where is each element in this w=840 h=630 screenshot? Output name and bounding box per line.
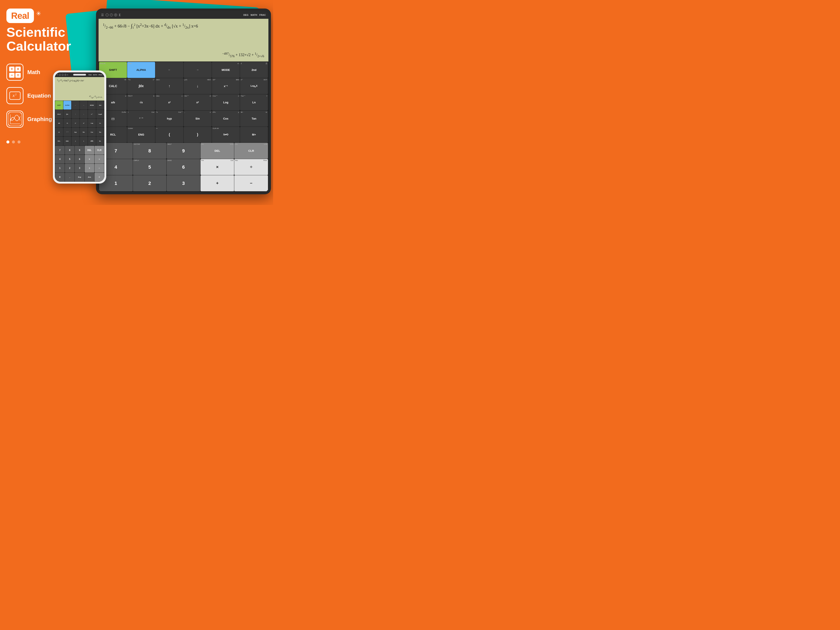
phone-minus-btn[interactable]: − [95, 164, 104, 173]
phone-mul-btn[interactable]: × [85, 155, 94, 163]
phone-xinv-btn[interactable]: x⁻¹ [88, 110, 96, 119]
phone-eng-btn[interactable]: ENG [63, 137, 71, 146]
rparen-button[interactable]: ) [184, 127, 212, 143]
phone-0-btn[interactable]: 0 [55, 173, 65, 182]
deg-button[interactable]: i ° ' " Cot [127, 111, 155, 127]
phone-rcl-btn[interactable]: RCL [55, 137, 63, 146]
phone-xy-btn[interactable]: xʸ [80, 119, 88, 127]
phone-neg-btn[interactable]: (-) [55, 128, 63, 136]
phone-6-btn[interactable]: 6 [75, 155, 84, 163]
gear-circle[interactable]: ⚙ [114, 13, 117, 16]
sd-button[interactable]: CLR All S⇌D [212, 127, 240, 143]
phone-sqrt-btn[interactable]: √x [63, 119, 71, 127]
hyp-button[interactable]: % hyp Cot⁻¹ [155, 111, 183, 127]
phone-sin-btn[interactable]: Sin [80, 128, 88, 136]
eng-button[interactable]: CONV ENG [127, 127, 155, 143]
phone-ans-btn[interactable]: Ans [85, 173, 94, 182]
calculator-buttons[interactable]: SOLVE SHIFT = d/dx ALPHA : ← → x! MODE [99, 62, 268, 192]
8-button[interactable]: VECTOR 8 [133, 143, 167, 159]
phone-shift-btn[interactable]: SHIFT [55, 101, 63, 109]
phone-hyp-btn[interactable]: hyp [71, 128, 80, 136]
phone-rparen-btn[interactable]: ) [80, 137, 88, 146]
phone-x2-btn[interactable]: x² [71, 119, 80, 127]
del-button[interactable]: nPr DEL GCD [201, 143, 234, 159]
mode-button[interactable]: x! MODE [212, 62, 240, 78]
sqrt-button[interactable]: FACT √x b [127, 94, 155, 110]
phone-plus-btn[interactable]: + [85, 164, 94, 173]
down-button[interactable]: y√x ↓ HEX [184, 78, 212, 94]
phone-cos-btn[interactable]: Cos [88, 128, 96, 136]
cos-button[interactable]: aᵇ/c Cos y [212, 111, 240, 127]
ln-button[interactable]: Tan⁻¹ Ln f [240, 94, 268, 110]
phone-2-btn[interactable]: 2 [65, 164, 74, 173]
phone-lparen-btn[interactable]: ( [71, 137, 80, 146]
phone-5-btn[interactable]: 5 [65, 155, 74, 163]
phone-up-btn[interactable]: ↑ [71, 110, 80, 119]
phone-deg-btn[interactable]: ° ' " [63, 128, 71, 136]
dot-2[interactable] [12, 141, 15, 144]
phone-calc-btn[interactable]: CALC [55, 110, 63, 119]
deg-mode[interactable]: DEG [243, 14, 249, 16]
phone-eq-btn[interactable]: = [95, 173, 104, 182]
phone-exp-btn[interactable]: Exp [75, 173, 84, 182]
sin-button[interactable]: , Sin x [184, 111, 212, 127]
phone-ln-btn[interactable]: Ln [96, 119, 104, 127]
plus-circle[interactable]: + [110, 13, 113, 16]
plus-button[interactable]: + [201, 175, 234, 191]
9-button[interactable]: HELP 9 [167, 143, 201, 159]
phone-sd-btn[interactable]: S⇌D [88, 137, 96, 146]
phone-mode-btn[interactable]: MODE [88, 101, 96, 109]
alpha-button[interactable]: d/dx ALPHA : [127, 62, 155, 78]
dot-3[interactable] [17, 141, 21, 144]
phone-9-btn[interactable]: 9 [75, 146, 84, 155]
phone-del-btn[interactable]: DEL [85, 146, 94, 155]
loga-button[interactable]: eˣ LogaX OCT [240, 78, 268, 94]
phone-alpha-btn[interactable]: ALPHA [63, 101, 71, 109]
mplus-button[interactable]: M+ [240, 127, 268, 143]
mul-button[interactable]: Pol × Celi [201, 159, 234, 175]
xy-button[interactable]: Sin⁻¹ xʸ d [184, 94, 212, 110]
integral-button[interactable]: ³√x ∫dx x³ [127, 78, 155, 94]
phone-int-btn[interactable]: ∫dx [63, 110, 71, 119]
3-button[interactable]: 3 [167, 175, 201, 191]
div-button[interactable]: Rec ÷ Floor [234, 159, 268, 175]
phone-clr-btn[interactable]: CLR [95, 146, 104, 155]
5-button[interactable]: CMPLX 5 [133, 159, 167, 175]
phone-down-btn[interactable]: ↓ [80, 110, 88, 119]
minus-button[interactable]: − [234, 175, 268, 191]
up-button[interactable]: DEC ↑ [155, 78, 183, 94]
phone-3-btn[interactable]: 3 [75, 164, 84, 173]
2nd-button[interactable]: Σ 2nd ∏ [240, 62, 268, 78]
ysqx-subtext: y√x [185, 79, 187, 81]
phone-8-btn[interactable]: 8 [65, 146, 74, 155]
minus-circle[interactable]: − [106, 13, 109, 16]
log-button[interactable]: Cos⁻¹ Log e [212, 94, 240, 110]
lparen-button[interactable]: ∞ ( [155, 127, 183, 143]
phone-1-btn[interactable]: 1 [55, 164, 65, 173]
phone-dot-btn[interactable]: . [65, 173, 74, 182]
phone-log-btn[interactable]: Log [88, 119, 96, 127]
right-arrow-button[interactable]: → [184, 62, 212, 78]
math-mode[interactable]: MATH [251, 14, 257, 16]
phone-loga-btn[interactable]: LogₐX [96, 110, 104, 119]
feature-graphing: Graphing [6, 111, 52, 128]
phone-4-btn[interactable]: 4 [55, 155, 65, 163]
phone-ab-btn[interactable]: a/b [55, 119, 63, 127]
phone-div-btn[interactable]: ÷ [95, 155, 104, 163]
frac-mode[interactable]: FRAC [259, 14, 266, 16]
x2-button[interactable]: Abs x² c [155, 94, 183, 110]
2-button[interactable]: 2 [133, 175, 167, 191]
dot-1[interactable] [6, 141, 9, 144]
phone-right-btn[interactable]: → [80, 101, 88, 109]
6-button[interactable]: BASE 6 [167, 159, 201, 175]
tan-button[interactable]: M− Tan m [240, 111, 268, 127]
phone-left-btn[interactable]: ← [71, 101, 80, 109]
phone-tan-btn[interactable]: Tan [96, 128, 104, 136]
xinverse-button[interactable]: 10ˣ x⁻¹ BIN [212, 78, 240, 94]
phone-2nd-btn[interactable]: 2nd [96, 101, 104, 109]
phone-modes: RADMATHFRAC [88, 74, 103, 76]
left-arrow-button[interactable]: ← [155, 62, 183, 78]
phone-mplus-btn[interactable]: M+ [96, 137, 104, 146]
clr-button[interactable]: nCr CLR LCM [234, 143, 268, 159]
phone-7-btn[interactable]: 7 [55, 146, 65, 155]
